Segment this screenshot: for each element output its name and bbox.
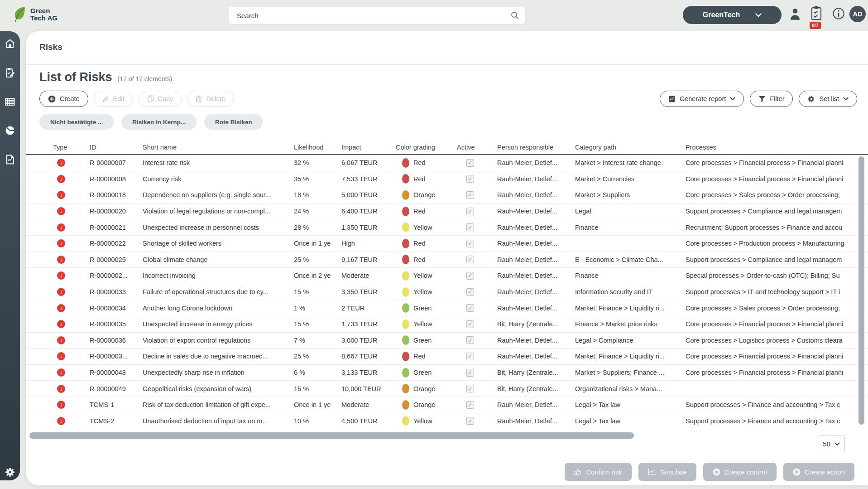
horizontal-scrollbar-thumb[interactable] <box>29 432 634 439</box>
table-row[interactable]: ↓ TCMS-2 Unauthorised deduction of input… <box>26 413 868 430</box>
active-checkbox[interactable]: ✓ <box>466 369 474 377</box>
home-icon[interactable] <box>5 38 15 49</box>
vertical-scrollbar-thumb[interactable] <box>858 156 864 425</box>
table-row[interactable]: ↓ R-00000020 Violation of legal regulati… <box>26 203 868 220</box>
table-icon[interactable] <box>5 96 15 107</box>
pie-chart-icon[interactable] <box>5 125 15 136</box>
risk-type-icon: ↓ <box>57 191 65 199</box>
table-row[interactable]: ↓ R-0000002... Incorrect invoicing Once … <box>26 268 868 284</box>
color-grading-dot <box>402 223 409 232</box>
person-responsible: Rauh-Meier, Detlef... <box>497 353 575 360</box>
active-checkbox[interactable]: ✓ <box>466 240 474 247</box>
table-row[interactable]: ↓ R-0000003... Decline in sales due to n… <box>26 349 868 365</box>
risk-likelihood: 18 % <box>294 191 341 199</box>
category-path: Legal <box>575 208 686 215</box>
info-icon[interactable] <box>832 7 845 20</box>
copy-button[interactable]: Copy <box>139 91 182 107</box>
color-grading-dot <box>402 400 409 410</box>
risk-impact: Moderate <box>341 401 396 408</box>
edit-button[interactable]: Edit <box>94 91 133 107</box>
create-control-button[interactable]: Create control <box>703 463 777 481</box>
active-checkbox[interactable]: ✓ <box>466 208 474 215</box>
table-row[interactable]: ↓ R-00000025 Global climate change 25 % … <box>26 252 868 268</box>
active-checkbox[interactable]: ✓ <box>466 191 474 199</box>
active-checkbox[interactable]: ✓ <box>466 336 474 344</box>
active-checkbox[interactable]: ✓ <box>466 385 474 392</box>
active-checkbox[interactable]: ✓ <box>466 175 474 183</box>
tasks-icon[interactable] <box>5 67 15 78</box>
create-button[interactable]: Create <box>39 91 88 107</box>
delete-button[interactable]: Delete <box>187 91 234 107</box>
table-row[interactable]: ↓ R-00000049 Geopolitical risks (expansi… <box>26 381 868 397</box>
table-row[interactable]: ↓ TCMS-1 Risk of tax deduction limitatio… <box>26 397 868 413</box>
search-icon[interactable] <box>510 11 519 20</box>
active-checkbox[interactable]: ✓ <box>466 256 474 263</box>
table-row[interactable]: ↓ R-00000018 Dependence on suppliers (e.… <box>26 187 868 203</box>
report-icon[interactable] <box>5 154 15 165</box>
avatar[interactable]: AD <box>849 6 866 22</box>
confirm-risk-button[interactable]: Confirm risk <box>565 463 632 481</box>
active-checkbox[interactable]: ✓ <box>466 304 474 312</box>
risk-id: R-00000048 <box>90 369 143 376</box>
col-header-person-responsible[interactable]: Person responsible <box>497 144 575 151</box>
col-header-color-grading[interactable]: Color grading <box>396 144 457 151</box>
risk-type-icon: ↓ <box>57 401 65 409</box>
risk-id: R-00000049 <box>90 385 143 392</box>
risk-type-icon: ↓ <box>57 159 65 167</box>
generate-report-button[interactable]: Generate report <box>660 91 744 107</box>
col-header-impact[interactable]: Impact <box>341 144 396 151</box>
color-grading-dot <box>402 320 409 329</box>
person-responsible: Rauh-Meier, Detlef... <box>497 175 575 183</box>
person-responsible: Bit, Harry (Zentrale... <box>497 320 575 328</box>
col-header-short-name[interactable]: Short name <box>143 144 294 151</box>
tasks-clipboard-icon[interactable] <box>810 5 823 21</box>
content-panel: Risks List of Risks (17 of 17 elements) … <box>26 31 868 485</box>
risk-short-name: Decline in sales due to negative macroec… <box>143 353 294 360</box>
table-row[interactable]: ↓ R-00000007 Interest rate risk 32 % 6,0… <box>26 155 868 171</box>
active-checkbox[interactable]: ✓ <box>466 159 474 167</box>
table-row[interactable]: ↓ R-00000036 Violation of export control… <box>26 333 868 349</box>
table-row[interactable]: ↓ R-00000021 Unexpected increase in pers… <box>26 219 868 236</box>
plus-circle-icon <box>793 468 801 476</box>
set-list-button[interactable]: Set list <box>799 91 857 107</box>
filter-button[interactable]: Filter <box>750 91 793 107</box>
user-icon[interactable] <box>789 7 801 21</box>
table-row[interactable]: ↓ R-00000035 Unexpected increase in ener… <box>26 316 868 333</box>
page-size-select[interactable]: 50 <box>818 436 845 452</box>
col-header-active[interactable]: Active <box>457 144 497 151</box>
col-header-likelihood[interactable]: Likelihood <box>294 144 341 151</box>
col-header-processes[interactable]: Processes <box>686 144 868 151</box>
processes: Core processes > Financial process > Fin… <box>686 320 868 328</box>
trash-icon <box>196 95 202 102</box>
active-checkbox[interactable]: ✓ <box>466 417 474 425</box>
search-input[interactable] <box>229 7 525 24</box>
filter-chip[interactable]: Nicht bestätigte ... <box>39 114 114 130</box>
active-checkbox[interactable]: ✓ <box>466 401 474 409</box>
color-grading-label: Yellow <box>413 320 432 328</box>
filter-chips: Nicht bestätigte ... Risiken in Kernp...… <box>39 114 263 130</box>
active-checkbox[interactable]: ✓ <box>466 353 474 360</box>
active-checkbox[interactable]: ✓ <box>466 223 474 231</box>
table-row[interactable]: ↓ R-00000008 Currency risk 35 % 7,533 TE… <box>26 171 868 188</box>
col-header-category-path[interactable]: Category path <box>575 144 686 151</box>
filter-chip[interactable]: Rote Risiken <box>204 114 263 130</box>
active-checkbox[interactable]: ✓ <box>466 320 474 328</box>
table-row[interactable]: ↓ R-00000022 Shortage of skilled workers… <box>26 236 868 252</box>
risk-id: R-00000034 <box>90 305 143 312</box>
active-checkbox[interactable]: ✓ <box>466 272 474 280</box>
risk-short-name: Geopolitical risks (expansion of wars) <box>143 385 294 392</box>
col-header-id[interactable]: ID <box>90 144 143 151</box>
table-row[interactable]: ↓ R-00000034 Another long Corona lockdow… <box>26 300 868 316</box>
table-row[interactable]: ↓ R-00000048 Unexpectedly sharp rise in … <box>26 365 868 381</box>
org-selector[interactable]: GreenTech <box>683 6 782 24</box>
simulate-button[interactable]: Simulate <box>638 463 696 481</box>
settings-gear-icon[interactable] <box>5 467 15 478</box>
active-checkbox[interactable]: ✓ <box>466 288 474 296</box>
risk-short-name: Another long Corona lockdown <box>143 305 294 312</box>
create-action-button[interactable]: Create action <box>783 463 854 481</box>
filter-chip[interactable]: Risiken in Kernp... <box>121 114 197 130</box>
col-header-type[interactable]: Type <box>53 144 90 151</box>
risk-impact: High <box>341 240 396 247</box>
risk-likelihood: 35 % <box>294 175 341 183</box>
table-row[interactable]: ↓ R-00000033 Failure of operational stru… <box>26 284 868 300</box>
